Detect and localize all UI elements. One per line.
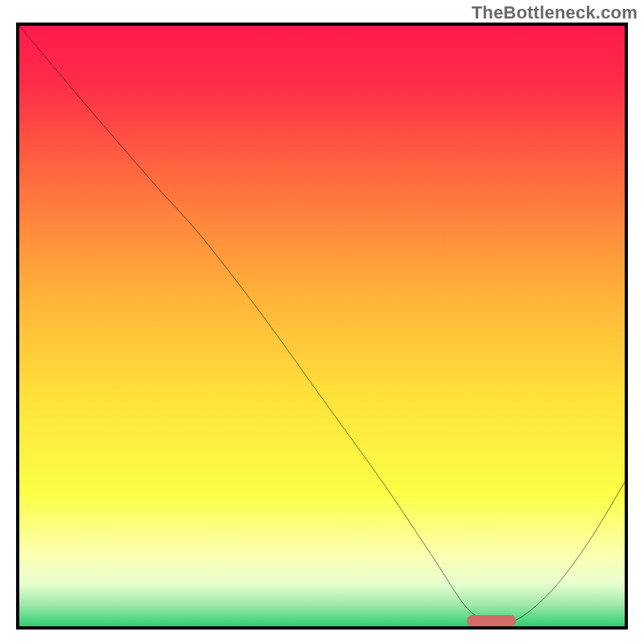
bottleneck-curve xyxy=(19,26,625,626)
attribution-text: TheBottleneck.com xyxy=(472,2,638,23)
chart-frame xyxy=(16,23,628,630)
optimal-range-marker xyxy=(467,615,515,626)
